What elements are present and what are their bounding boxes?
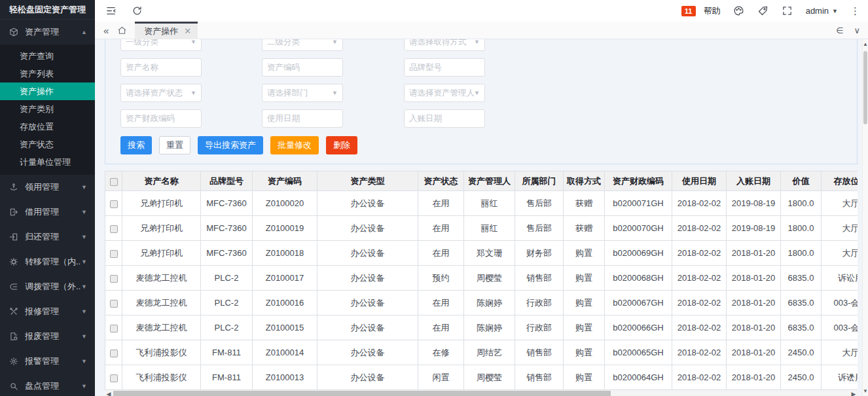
table-cell: 2018-02-02 <box>672 216 727 241</box>
sidebar-submenu-item[interactable]: 资产类别 <box>0 100 95 118</box>
vertical-scroll-thumb[interactable] <box>863 51 867 124</box>
filter-field[interactable]: 资产编码 ▼ <box>262 58 343 77</box>
sidebar-submenu-item[interactable]: 存放位置 <box>0 118 95 135</box>
chevron-down-icon: ▼ <box>190 90 196 96</box>
column-header[interactable]: 所属部门 <box>515 171 564 191</box>
action-button[interactable]: 搜索 <box>120 136 152 154</box>
filter-field[interactable]: 资产财政编码 ▼ <box>120 109 202 128</box>
filter-field[interactable]: 请选择资产状态 ▼ <box>120 84 202 102</box>
column-header[interactable]: 品牌型号 <box>201 171 253 191</box>
scroll-down-icon[interactable]: ▼ <box>848 372 855 380</box>
column-header[interactable]: 取得方式 <box>564 171 605 191</box>
row-checkbox[interactable] <box>110 300 118 308</box>
column-header[interactable]: 价值 <box>781 171 822 191</box>
filter-field[interactable]: 请选择取得方式 ▼ <box>404 39 485 51</box>
row-select-cell <box>105 266 122 291</box>
sidebar-toggle-icon[interactable] <box>105 5 117 17</box>
sidebar-submenu-item[interactable]: 资产查询 <box>0 47 95 65</box>
double-chevron-left-icon[interactable]: « <box>103 26 109 35</box>
column-header[interactable]: 资产管理人 <box>464 171 515 191</box>
column-header[interactable]: 使用日期 <box>672 171 727 191</box>
filter-field[interactable]: 二级分类 ▼ <box>262 39 343 51</box>
sidebar-group[interactable]: 借用管理 ▼ <box>0 200 95 225</box>
filter-field[interactable]: 请选择部门 ▼ <box>262 84 343 102</box>
fullscreen-icon[interactable] <box>782 5 793 17</box>
sidebar-submenu: 资产查询 资产列表 资产操作 资产类别 存放位置 <box>0 45 95 175</box>
table-cell: 2018-02-02 <box>672 266 727 291</box>
filter-field[interactable]: 使用日期 ▼ <box>262 109 343 128</box>
table-cell: 陈娴婷 <box>464 291 515 315</box>
column-header[interactable]: 资产类型 <box>317 171 418 191</box>
row-checkbox[interactable] <box>110 325 118 333</box>
main-area: 11 帮助 admin ▼ ⋮ « <box>95 0 868 396</box>
table-row: 飞利浦投影仪FM-811Z0100013办公设备闲置周樱莹销售部购置b02000… <box>105 365 858 390</box>
action-button[interactable]: 删除 <box>326 136 357 154</box>
sidebar-group-asset-management[interactable]: 资产管理 ▲ <box>0 20 95 45</box>
row-checkbox[interactable] <box>110 225 118 233</box>
table-cell: 在用 <box>418 216 464 241</box>
row-checkbox[interactable] <box>110 250 118 258</box>
filter-field[interactable]: 请选择资产管理人 ▼ <box>404 84 485 102</box>
horizontal-scroll-thumb[interactable] <box>113 391 611 396</box>
sidebar-group[interactable]: 盘点管理 ▼ <box>0 374 95 396</box>
chevron-down-icon[interactable]: ∨ <box>854 26 860 35</box>
kebab-menu-icon[interactable]: ⋮ <box>850 6 860 16</box>
notification-badge[interactable]: 11 <box>681 6 696 16</box>
sidebar-group[interactable]: 调拨管理（外... ▼ <box>0 274 95 299</box>
vertical-scrollbar[interactable]: ▲ ▼ <box>862 39 868 396</box>
table-cell: 2018-01-20 <box>727 241 781 266</box>
table-cell: 购置 <box>564 291 605 315</box>
sidebar-group[interactable]: 报警管理 ▼ <box>0 349 95 374</box>
table-cell: 2450.0 <box>781 340 822 365</box>
filter-field[interactable]: 一级分类 ▼ <box>120 39 202 51</box>
table-cell: 在用 <box>418 191 464 216</box>
sidebar-group[interactable]: 报废管理 ▼ <box>0 324 95 349</box>
row-checkbox[interactable] <box>110 275 118 283</box>
sidebar-group[interactable]: 报修管理 ▼ <box>0 299 95 324</box>
sidebar-submenu-item[interactable]: 资产列表 <box>0 65 95 82</box>
scrap-icon <box>9 332 18 341</box>
action-button[interactable]: 导出搜索资产 <box>198 136 263 154</box>
column-header[interactable]: 资产编码 <box>253 171 317 191</box>
home-icon[interactable] <box>117 26 127 35</box>
column-header[interactable]: 资产财政编码 <box>605 171 672 191</box>
action-button[interactable]: 批量修改 <box>270 136 319 154</box>
row-checkbox[interactable] <box>110 350 118 357</box>
table-cell: 2018-01-20 <box>727 315 781 340</box>
sidebar-group[interactable]: 领用管理 ▼ <box>0 175 95 200</box>
column-header[interactable]: 存放位置 <box>822 171 858 191</box>
sidebar-submenu-item[interactable]: 资产状态 <box>0 135 95 153</box>
scroll-right-icon[interactable]: ▶ <box>850 390 858 396</box>
row-select-cell <box>105 340 122 365</box>
collapse-tags-icon[interactable]: ∈ <box>836 26 843 35</box>
tag-icon[interactable] <box>757 5 769 17</box>
filter-field[interactable]: 资产名称 ▼ <box>120 58 202 77</box>
asset-table: 资产名称 品牌型号 资产编码 资产类型 资产状态 资产管理人 <box>105 171 858 390</box>
sidebar-group[interactable]: 归还管理 ▼ <box>0 225 95 249</box>
refresh-icon[interactable] <box>131 5 143 17</box>
column-header[interactable]: 资产状态 <box>418 171 464 191</box>
row-checkbox[interactable] <box>110 374 118 382</box>
scroll-up-icon[interactable]: ▲ <box>863 41 868 47</box>
tab-asset-operation[interactable]: 资产操作 ✕ <box>135 22 198 39</box>
table-cell: 办公设备 <box>317 191 418 216</box>
filter-field[interactable]: 品牌型号 ▼ <box>404 58 485 77</box>
palette-icon[interactable] <box>733 5 745 17</box>
close-icon[interactable]: ✕ <box>184 26 191 36</box>
column-header[interactable]: 入账日期 <box>727 171 781 191</box>
scroll-left-icon[interactable]: ◀ <box>105 390 113 396</box>
action-button[interactable]: 重置 <box>159 136 190 154</box>
column-header[interactable]: 资产名称 <box>122 171 201 191</box>
scroll-down-icon[interactable]: ▼ <box>863 388 868 394</box>
horizontal-scrollbar[interactable]: ◀ ▶ <box>105 390 858 396</box>
filter-field[interactable]: 入账日期 ▼ <box>404 109 485 128</box>
user-menu[interactable]: admin ▼ <box>806 6 838 16</box>
sidebar-group[interactable]: 转移管理（内... ▼ <box>0 249 95 274</box>
help-link[interactable]: 帮助 <box>704 5 721 17</box>
table-cell: 在修 <box>418 340 464 365</box>
sidebar-submenu-item[interactable]: 资产操作 <box>0 82 95 100</box>
row-checkbox[interactable] <box>110 200 118 208</box>
table-cell: 办公设备 <box>317 291 418 315</box>
select-all-checkbox[interactable] <box>110 178 118 186</box>
sidebar-submenu-item[interactable]: 计量单位管理 <box>0 153 95 171</box>
